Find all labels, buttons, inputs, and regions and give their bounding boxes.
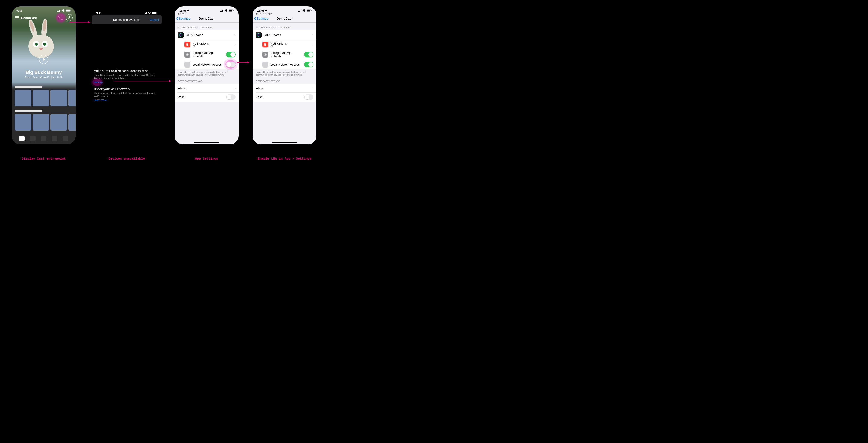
- thumbnail-row[interactable]: [12, 114, 75, 131]
- cell-about[interactable]: About ›: [175, 84, 239, 92]
- bg-refresh-toggle[interactable]: [304, 52, 313, 57]
- thumbnail[interactable]: [68, 90, 75, 106]
- thumbnail[interactable]: [68, 114, 75, 131]
- wifi-icon: [303, 9, 306, 12]
- back-button[interactable]: Settings: [176, 17, 190, 21]
- battery-icon: [152, 12, 157, 14]
- thumbnail[interactable]: [15, 114, 31, 131]
- battery-icon: [229, 9, 234, 12]
- thumbnail[interactable]: [33, 90, 49, 106]
- tab-item[interactable]: [19, 136, 25, 142]
- cell-notifications[interactable]: NotificationsOff ›: [184, 40, 239, 49]
- cell-siri-search[interactable]: Siri & Search ›: [253, 30, 316, 40]
- tip-wifi-heading: Check your Wi-Fi network: [94, 87, 160, 91]
- svg-point-15: [187, 54, 188, 55]
- screen-democast-app: 9:41 DemoCast: [12, 6, 75, 145]
- cell-background-refresh[interactable]: Background App Refresh: [184, 49, 239, 60]
- back-button[interactable]: Settings: [254, 17, 268, 21]
- svg-point-13: [188, 43, 189, 44]
- status-time: 9:41: [17, 9, 22, 12]
- svg-rect-17: [307, 10, 310, 11]
- lna-toggle[interactable]: [226, 62, 236, 67]
- tip-lna-heading: Make sure Local Network Access is on: [94, 69, 160, 73]
- chevron-left-icon: [254, 17, 257, 21]
- row-label-placeholder: [15, 110, 42, 112]
- notifications-icon: [262, 41, 268, 48]
- lna-footer-note: Enabled to allow this app permission to …: [253, 69, 316, 76]
- cell-reset[interactable]: Reset: [178, 92, 239, 102]
- chevron-right-icon: ›: [235, 42, 236, 46]
- status-time: 11:57: [179, 9, 186, 12]
- cell-background-refresh[interactable]: Background App Refresh: [262, 49, 316, 60]
- svg-rect-5: [153, 12, 156, 14]
- section-header-app: DEMOCAST SETTINGS: [175, 76, 239, 84]
- settings-link[interactable]: Settings: [94, 81, 103, 84]
- cell-local-network-access[interactable]: Local Network Access: [262, 60, 316, 69]
- app-title: DemoCast: [21, 16, 56, 20]
- thumbnail[interactable]: [51, 90, 67, 106]
- chevron-right-icon: ›: [235, 33, 236, 37]
- cast-button[interactable]: [57, 14, 64, 21]
- siri-icon: [255, 32, 261, 38]
- statusbar: 9:41: [12, 6, 75, 12]
- play-button[interactable]: [39, 55, 48, 64]
- chevron-left-icon: ◀: [177, 12, 179, 15]
- lna-footer-note: Enabled to allow this app permission to …: [175, 69, 239, 76]
- notifications-icon: [184, 41, 190, 48]
- cellular-icon: [220, 9, 224, 12]
- cellular-icon: [58, 9, 61, 12]
- profile-button[interactable]: [66, 14, 73, 21]
- breadcrumb-back[interactable]: ◀DemoCast app: [253, 12, 316, 15]
- chevron-left-icon: [176, 17, 179, 21]
- svg-point-24: [265, 54, 266, 55]
- svg-rect-8: [229, 10, 232, 11]
- lna-icon: [262, 62, 268, 67]
- location-icon: [187, 9, 189, 12]
- hero-title: Big Buck Bunny: [14, 70, 73, 75]
- location-icon: [265, 9, 267, 12]
- svg-rect-2: [70, 10, 71, 11]
- tip-lna-body: Go to Settings on this phone and check t…: [94, 73, 160, 80]
- gear-icon: [262, 52, 268, 58]
- cell-siri-search[interactable]: Siri & Search ›: [175, 30, 239, 40]
- learn-more-link[interactable]: Learn more: [94, 99, 107, 102]
- tab-item[interactable]: [41, 136, 46, 142]
- cellular-icon: [144, 12, 147, 14]
- caption: Devices unavailable: [92, 157, 162, 161]
- svg-point-11: [180, 34, 181, 36]
- thumbnail-row[interactable]: [12, 90, 75, 106]
- screen-app-settings-lna-off: 11:57 ◀Search Settings DemoCast ALLOW DE…: [175, 6, 239, 145]
- bg-refresh-toggle[interactable]: [226, 52, 236, 57]
- chevron-right-icon: ›: [312, 42, 313, 46]
- tab-item[interactable]: [63, 136, 68, 142]
- thumbnail[interactable]: [15, 90, 31, 106]
- svg-point-10: [179, 33, 182, 36]
- cell-notifications[interactable]: NotificationsOff ›: [262, 40, 316, 49]
- menu-icon[interactable]: [15, 16, 20, 19]
- cell-local-network-access[interactable]: Local Network Access: [184, 60, 239, 69]
- lna-icon: [184, 62, 190, 67]
- svg-rect-6: [157, 13, 157, 13]
- svg-point-3: [69, 17, 70, 18]
- cell-reset[interactable]: Reset: [255, 92, 316, 102]
- nav-title: DemoCast: [199, 17, 214, 20]
- hero-illustration: [22, 23, 65, 57]
- reset-toggle[interactable]: [226, 94, 236, 100]
- svg-point-22: [266, 43, 267, 44]
- battery-icon: [66, 9, 71, 12]
- reset-toggle[interactable]: [304, 94, 313, 100]
- tip-wifi-body: Make sure your device and the Cast devic…: [94, 92, 160, 98]
- thumbnail[interactable]: [33, 114, 49, 131]
- tab-item[interactable]: [30, 136, 36, 142]
- cell-about[interactable]: About ›: [253, 84, 316, 92]
- tab-item[interactable]: [52, 136, 57, 142]
- wifi-icon: [225, 9, 228, 12]
- breadcrumb-back[interactable]: ◀Search: [175, 12, 239, 15]
- caption: Display Cast entrypoint: [12, 157, 75, 161]
- thumbnail[interactable]: [51, 114, 67, 131]
- status-time: 11:57: [257, 9, 264, 12]
- lna-toggle[interactable]: [304, 62, 313, 67]
- cancel-button[interactable]: Cancel: [150, 18, 159, 22]
- svg-rect-1: [66, 10, 70, 11]
- flow-arrow: [237, 62, 249, 63]
